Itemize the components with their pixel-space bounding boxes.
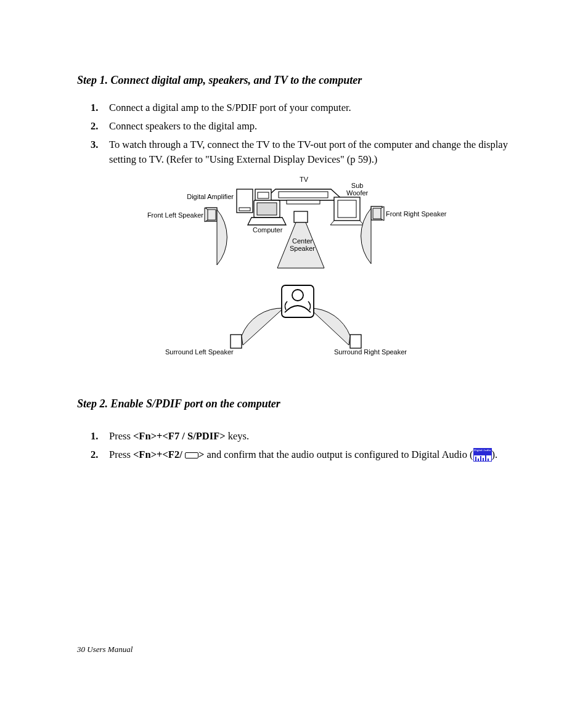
front-right-speaker-icon [361, 206, 384, 264]
list-number: 1. [91, 429, 102, 444]
page-footer: 30 Users Manual [77, 645, 133, 654]
label-center-speaker: Center Speaker [290, 237, 315, 252]
list-text: To watch through a TV, connect the TV to… [109, 137, 517, 167]
svg-rect-5 [258, 192, 269, 198]
list-text: Connect a digital amp to the S/PDIF port… [109, 100, 517, 115]
step1-list: 1. Connect a digital amp to the S/PDIF p… [91, 100, 517, 167]
label-surround-right: Surround Right Speaker [334, 348, 407, 356]
list-text: Press <Fn>+<F2/ > and confirm that the a… [109, 447, 517, 462]
svg-rect-3 [239, 208, 250, 211]
key-combo: <Fn>+<F2/ > [133, 449, 204, 460]
step1-item-1: 1. Connect a digital amp to the S/PDIF p… [91, 100, 517, 115]
display-icon [185, 452, 198, 458]
list-text: Connect speakers to the digital amp. [109, 119, 517, 134]
svg-rect-0 [279, 192, 328, 198]
label-front-right: Front Right Speaker [386, 210, 446, 218]
list-number: 1. [91, 100, 102, 115]
step1-heading: Step 1. Connect digital amp, speakers, a… [77, 74, 517, 87]
listener-icon [282, 285, 314, 317]
key-combo: <Fn>+<F7 / S/PDIF> [133, 430, 226, 442]
step2-heading: Step 2. Enable S/PDIF port on the comput… [77, 397, 517, 410]
surround-left-speaker-icon [231, 308, 284, 348]
front-left-speaker-icon [205, 208, 227, 265]
step2-item-1: 1. Press <Fn>+<F7 / S/PDIF> keys. [91, 429, 517, 444]
svg-rect-14 [350, 335, 361, 348]
label-subwoofer: Sub Woofer [346, 182, 368, 197]
list-number: 2. [91, 119, 102, 134]
svg-rect-1 [287, 200, 320, 204]
step1-item-2: 2. Connect speakers to the digital amp. [91, 119, 517, 134]
subwoofer-icon [330, 197, 364, 225]
svg-rect-12 [294, 211, 308, 222]
step2-item-2: 2. Press <Fn>+<F2/ > and confirm that th… [91, 447, 517, 462]
step1-item-3: 3. To watch through a TV, connect the TV… [91, 137, 517, 167]
computer-icon [248, 200, 286, 225]
svg-rect-9 [338, 200, 356, 218]
svg-point-16 [292, 290, 303, 301]
label-computer: Computer [253, 226, 282, 234]
label-front-left: Front Left Speaker [142, 211, 203, 219]
list-text: Press <Fn>+<F7 / S/PDIF> keys. [109, 429, 517, 444]
list-number: 2. [91, 447, 102, 462]
label-digital-amplifier: Digital Amplifier [183, 193, 234, 200]
svg-rect-7 [257, 203, 277, 215]
speaker-layout-diagram: TV Sub Woofer Digital Amplifier Computer… [125, 176, 470, 361]
svg-rect-13 [231, 335, 242, 348]
label-surround-left: Surround Left Speaker [165, 348, 234, 356]
surround-right-speaker-icon [309, 308, 361, 348]
step2-list: 1. Press <Fn>+<F7 / S/PDIF> keys. 2. Pre… [91, 429, 517, 462]
digital-audio-icon: Digital Audio [473, 448, 492, 462]
list-number: 3. [91, 137, 102, 167]
label-tv: TV [300, 176, 308, 183]
